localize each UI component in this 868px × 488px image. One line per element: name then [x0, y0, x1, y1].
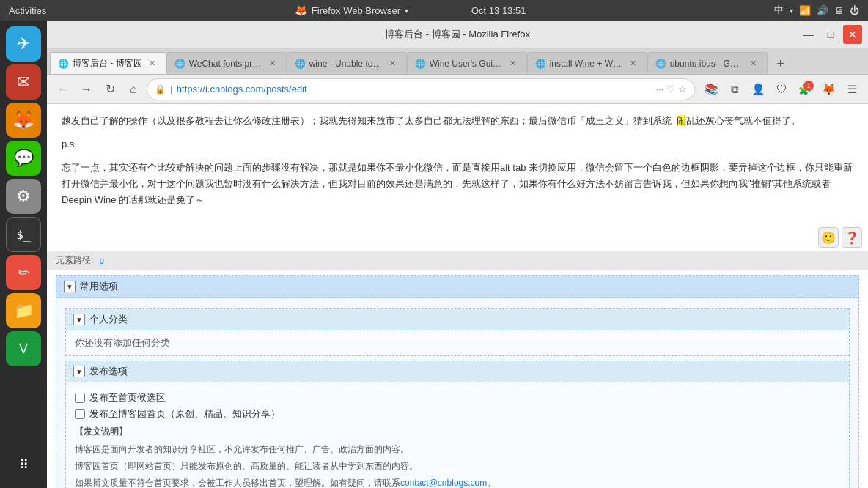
tab-label-1: 博客后台 - 博客园	[73, 57, 142, 70]
new-tab-button[interactable]: +	[770, 53, 791, 74]
path-label: 元素路径:	[56, 254, 93, 267]
publish-options-header[interactable]: ▼ 发布选项	[66, 361, 849, 382]
editor-ps-label: p.s.	[62, 136, 853, 152]
checkbox-frontpage-candidate[interactable]	[75, 393, 85, 403]
tab-close-3[interactable]: ✕	[387, 58, 399, 70]
nav-toolbar-icons: 📚 ⧉ 👤 🛡 🧩 1 🦊 ☰	[701, 79, 862, 100]
policy-section: 【发文说明】 博客园是面向开发者的知识分享社区，不允许发布任何推广、广告、政治方…	[75, 425, 840, 488]
personal-category-subsection: ▼ 个人分类 你还没有添加任何分类	[65, 308, 850, 356]
dock-item-email[interactable]: ✉	[6, 64, 41, 100]
policy-line-2: 博客园首页（即网站首页）只能发布原创的、高质量的、能让读者从中学到东西的内容。	[75, 459, 840, 473]
url-display[interactable]: https://i.cnblogs.com/posts/edit	[177, 84, 651, 95]
lang-label[interactable]: 中	[774, 4, 784, 17]
dock-item-text-editor[interactable]: ✏	[6, 255, 41, 290]
chevron-down-icon-personal: ▼	[76, 316, 83, 324]
tab-icon-1: 🌐	[58, 59, 68, 69]
editor-paragraph-2: 忘了一点，其实还有个比较难解决的问题上面的步骤没有解决，那就是如果你不最小化微信…	[62, 160, 853, 208]
system-bar-left: Activities	[9, 5, 46, 16]
extension-button[interactable]: 🧩 1	[795, 79, 815, 100]
lang-dropdown-icon[interactable]: ▾	[790, 7, 793, 15]
personal-category-toggle[interactable]: ▼	[73, 314, 85, 325]
dock-item-apps[interactable]: ⠿	[6, 447, 41, 482]
dock-item-wechat[interactable]: 💬	[6, 141, 41, 176]
title-bar: 博客后台 - 博客园 - Mozilla Firefox — □ ✕	[47, 21, 868, 48]
chevron-down-icon-publish: ▼	[76, 368, 83, 376]
datetime-label: Oct 13 13:51	[471, 5, 526, 16]
tab-label-2: WeChat fonts probl...	[189, 59, 262, 69]
url-protocol-icon: |	[170, 85, 172, 94]
common-options-header[interactable]: ▼ 常用选项	[56, 276, 858, 298]
personal-category-header[interactable]: ▼ 个人分类	[66, 309, 849, 330]
home-button[interactable]: ⌂	[123, 79, 144, 100]
emoji-smile-button[interactable]: 🙂	[818, 227, 839, 248]
element-path-bar: 元素路径: p	[47, 251, 868, 270]
browser-dropdown-icon[interactable]: ▾	[405, 7, 408, 15]
common-options-toggle[interactable]: ▼	[64, 281, 76, 292]
editor-container: 越发自己了解的操作（以及很多教程去让你么修改注册表）；我就先得知来放市了太多自己…	[47, 104, 868, 488]
reload-button[interactable]: ↻	[100, 79, 120, 100]
tab-close-4[interactable]: ✕	[507, 58, 519, 70]
no-category-message: 你还没有添加任何分类	[75, 337, 170, 348]
tab-label-3: wine - Unable to fin...	[309, 59, 383, 69]
browser-label: Firefox Web Browser	[312, 5, 400, 16]
tab-label-6: ubuntu ibus - Googl...	[670, 59, 743, 69]
tab-close-2[interactable]: ✕	[267, 58, 279, 70]
publish-options-toggle[interactable]: ▼	[73, 366, 85, 377]
dock-item-vim[interactable]: V	[6, 331, 41, 366]
tab-view-button[interactable]: ⧉	[724, 79, 745, 100]
sync-button[interactable]: 👤	[748, 79, 768, 100]
tab-icon-5: 🌐	[535, 59, 545, 69]
close-button[interactable]: ✕	[843, 25, 862, 44]
path-element[interactable]: p	[99, 256, 104, 266]
menu-button[interactable]: ☰	[842, 79, 862, 100]
emoji-question-button[interactable]: ❓	[842, 227, 862, 248]
checkbox-bloggarden-frontpage[interactable]	[75, 409, 85, 419]
power-indicator: ⏻	[850, 5, 859, 16]
dock-item-files[interactable]: 📁	[6, 293, 41, 328]
common-options-content: ▼ 个人分类 你还没有添加任何分类 ▼ 发布选项	[56, 298, 858, 488]
tab-wine-guide[interactable]: 🌐 Wine User's Guide - Win... ✕	[407, 52, 527, 74]
tab-wechat-fonts[interactable]: 🌐 WeChat fonts probl... ✕	[166, 52, 287, 74]
dock-item-settings[interactable]: ⚙	[6, 179, 41, 214]
chevron-down-icon: ▼	[66, 283, 73, 291]
tab-install-wine[interactable]: 🌐 install Wine + WeCh... ✕	[527, 52, 647, 74]
text-highlight: 闹	[677, 115, 686, 126]
dock-item-telegram[interactable]: ✈	[6, 26, 41, 62]
shield-button[interactable]: 🛡	[771, 79, 792, 100]
contact-link[interactable]: contact@cnblogs.com	[400, 478, 487, 488]
policy-line-3: 如果博文质量不符合首页要求，会被工作人员移出首页，望理解。如有疑问，请联系con…	[75, 476, 840, 488]
tab-ubuntu-ibus[interactable]: 🌐 ubuntu ibus - Googl... ✕	[647, 52, 768, 74]
minimize-button[interactable]: —	[799, 25, 818, 44]
dock-item-terminal[interactable]: $_	[6, 217, 41, 252]
checkbox-label-2: 发布至博客园首页（原创、精品、知识分享）	[89, 407, 280, 421]
activities-label[interactable]: Activities	[9, 5, 46, 16]
emoji-toolbar: 🙂 ❓	[47, 224, 868, 251]
policy-line-1: 博客园是面向开发者的知识分享社区，不允许发布任何推广、广告、政治方面的内容。	[75, 443, 840, 456]
back-button[interactable]: ←	[53, 79, 73, 100]
policy-title: 【发文说明】	[75, 425, 840, 439]
tab-label-4: Wine User's Guide - Win...	[430, 59, 503, 69]
tab-close-6[interactable]: ✕	[748, 58, 760, 70]
application-dock: ✈ ✉ 🦊 💬 ⚙ $_ ✏ 📁 V ⠿	[0, 21, 47, 488]
tab-blogging-backend[interactable]: 🌐 博客后台 - 博客园 ✕	[50, 52, 166, 74]
tab-close-5[interactable]: ✕	[628, 58, 639, 70]
bookmark-heart-icon[interactable]: ♡	[666, 84, 675, 95]
firefox-account-button[interactable]: 🦊	[818, 79, 839, 100]
url-more-icon[interactable]: ···	[655, 84, 663, 95]
editor-text-area[interactable]: 越发自己了解的操作（以及很多教程去让你么修改注册表）；我就先得知来放市了太多自己…	[47, 104, 868, 224]
personal-category-title: 个人分类	[89, 313, 128, 326]
tab-close-1[interactable]: ✕	[147, 58, 158, 70]
tab-icon-2: 🌐	[174, 59, 185, 69]
publish-options-title: 发布选项	[89, 365, 128, 378]
url-bar[interactable]: 🔒 | https://i.cnblogs.com/posts/edit ···…	[147, 78, 695, 100]
bookmarks-button[interactable]: 📚	[701, 79, 721, 100]
forward-button[interactable]: →	[76, 79, 97, 100]
publish-options-content: 发布至首页候选区 发布至博客园首页（原创、精品、知识分享） 【发文说明】 博客园…	[66, 382, 849, 488]
maximize-button[interactable]: □	[821, 25, 840, 44]
common-options-section: ▼ 常用选项 ▼ 个人分类 你还没有添加任何分类	[56, 275, 859, 488]
checkbox-label-1: 发布至首页候选区	[89, 391, 166, 404]
dock-item-firefox[interactable]: 🦊	[6, 103, 41, 138]
bookmark-star-icon[interactable]: ☆	[678, 84, 687, 95]
system-bar: Activities 🦊 Firefox Web Browser ▾ Oct 1…	[0, 0, 868, 21]
tab-wine-unable[interactable]: 🌐 wine - Unable to fin... ✕	[287, 52, 407, 74]
